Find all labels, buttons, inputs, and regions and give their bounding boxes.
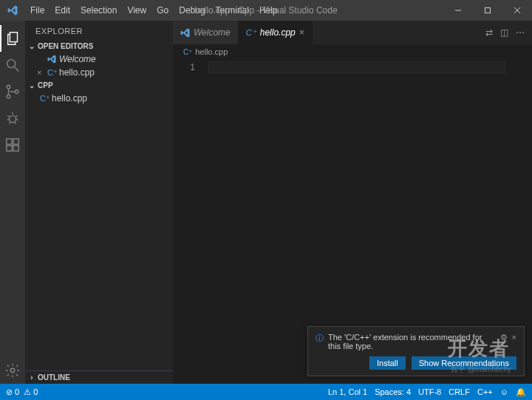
- more-icon[interactable]: ⋯: [516, 27, 525, 38]
- svg-line-6: [15, 67, 19, 72]
- install-button[interactable]: Install: [369, 356, 406, 370]
- sidebar: EXPLORER ⌄ OPEN EDITORS Welcome × C⁺ hel…: [25, 21, 173, 384]
- tab-actions: ⇄ ◫ ⋯: [478, 21, 532, 44]
- close-icon[interactable]: ×: [299, 27, 304, 38]
- status-errors[interactable]: ⊘ 0: [6, 387, 19, 397]
- menu-file[interactable]: File: [25, 5, 50, 16]
- svg-point-9: [15, 90, 18, 94]
- tab-label: hello.cpp: [260, 27, 296, 38]
- open-editor-hello[interactable]: × C⁺ hello.cpp: [25, 66, 173, 79]
- open-editor-label: hello.cpp: [59, 67, 95, 78]
- title-bar: File Edit Selection View Go Debug Termin…: [0, 0, 532, 21]
- status-eol[interactable]: CRLF: [449, 387, 470, 396]
- tab-bar: Welcome C⁺ hello.cpp × ⇄ ◫ ⋯: [173, 21, 532, 44]
- open-editors-header[interactable]: ⌄ OPEN EDITORS: [25, 40, 173, 52]
- current-line-highlight: [208, 61, 505, 73]
- cpp-file-icon: C⁺: [246, 28, 256, 38]
- svg-rect-11: [7, 139, 12, 144]
- svg-rect-4: [10, 33, 17, 42]
- debug-icon[interactable]: [0, 105, 25, 132]
- chevron-right-icon: ›: [28, 373, 35, 382]
- menu-go[interactable]: Go: [151, 5, 174, 16]
- outline-label: OUTLINE: [38, 373, 70, 382]
- svg-point-7: [7, 85, 10, 89]
- close-icon[interactable]: ×: [512, 333, 516, 342]
- window-controls: [443, 0, 532, 21]
- cpp-file-icon: C⁺: [183, 48, 192, 56]
- open-editor-welcome[interactable]: Welcome: [25, 52, 173, 66]
- breadcrumb[interactable]: C⁺ hello.cpp: [173, 44, 532, 59]
- status-feedback-icon[interactable]: ☺: [500, 387, 508, 396]
- show-recommendations-button[interactable]: Show Recommendations: [412, 356, 516, 370]
- notification-toast: ⓘ The 'C/C++' extension is recommended f…: [307, 326, 525, 376]
- info-icon: ⓘ: [316, 333, 324, 344]
- status-language[interactable]: C++: [477, 387, 493, 396]
- search-icon[interactable]: [0, 52, 25, 78]
- vscode-icon: [47, 55, 56, 64]
- status-warnings[interactable]: ⚠ 0: [24, 387, 38, 397]
- chevron-down-icon: ⌄: [28, 81, 35, 89]
- close-icon[interactable]: ×: [37, 68, 44, 77]
- notification-text: The 'C/C++' extension is recommended for…: [328, 333, 496, 350]
- close-button[interactable]: [502, 0, 532, 21]
- compare-icon[interactable]: ⇄: [485, 27, 493, 38]
- line-number: 1: [173, 62, 195, 72]
- editor-group: Welcome C⁺ hello.cpp × ⇄ ◫ ⋯ C⁺ hello.cp…: [173, 21, 532, 384]
- maximize-button[interactable]: [473, 0, 502, 21]
- svg-point-15: [10, 368, 15, 373]
- extensions-icon[interactable]: [0, 132, 25, 158]
- activity-bar: [0, 21, 25, 384]
- outline-header[interactable]: › OUTLINE: [25, 370, 173, 384]
- open-editor-label: Welcome: [59, 54, 96, 64]
- window-title: hello.cpp - Cpp - Visual Studio Code: [194, 5, 337, 16]
- minimize-button[interactable]: [443, 0, 473, 21]
- status-cursor[interactable]: Ln 1, Col 1: [328, 387, 367, 396]
- file-hello[interactable]: C⁺ hello.cpp: [25, 92, 173, 105]
- menu-selection[interactable]: Selection: [75, 5, 122, 16]
- cpp-file-icon: C⁺: [47, 68, 56, 78]
- svg-rect-12: [7, 146, 12, 151]
- tab-hello[interactable]: C⁺ hello.cpp ×: [239, 21, 313, 44]
- chevron-down-icon: ⌄: [28, 42, 35, 50]
- svg-rect-14: [13, 139, 18, 144]
- gear-icon[interactable]: ⚙: [500, 333, 508, 342]
- line-number-gutter: 1: [173, 59, 208, 384]
- file-label: hello.cpp: [52, 93, 87, 104]
- breadcrumb-label: hello.cpp: [195, 47, 228, 56]
- sidebar-title: EXPLORER: [25, 21, 173, 40]
- vscode-logo-icon: [0, 5, 25, 16]
- explorer-icon[interactable]: [0, 25, 25, 52]
- tab-label: Welcome: [194, 27, 231, 38]
- menu-edit[interactable]: Edit: [50, 5, 75, 16]
- settings-gear-icon[interactable]: [0, 357, 25, 384]
- folder-header[interactable]: ⌄ CPP: [25, 79, 173, 92]
- status-encoding[interactable]: UTF-8: [418, 387, 441, 396]
- status-bar: ⊘ 0 ⚠ 0 Ln 1, Col 1 Spaces: 4 UTF-8 CRLF…: [0, 384, 532, 400]
- svg-rect-13: [13, 146, 18, 151]
- vscode-icon: [180, 28, 190, 38]
- menu-view[interactable]: View: [122, 5, 151, 16]
- svg-point-10: [9, 115, 16, 122]
- source-control-icon[interactable]: [0, 78, 25, 105]
- status-bell-icon[interactable]: 🔔: [516, 387, 526, 397]
- svg-point-5: [7, 60, 16, 68]
- svg-point-8: [7, 95, 10, 98]
- folder-label: CPP: [38, 81, 53, 89]
- split-editor-icon[interactable]: ◫: [500, 27, 508, 38]
- cpp-file-icon: C⁺: [40, 94, 49, 104]
- status-indent[interactable]: Spaces: 4: [375, 387, 411, 396]
- svg-rect-1: [485, 8, 491, 13]
- open-editors-label: OPEN EDITORS: [38, 42, 93, 50]
- tab-welcome[interactable]: Welcome: [173, 21, 239, 44]
